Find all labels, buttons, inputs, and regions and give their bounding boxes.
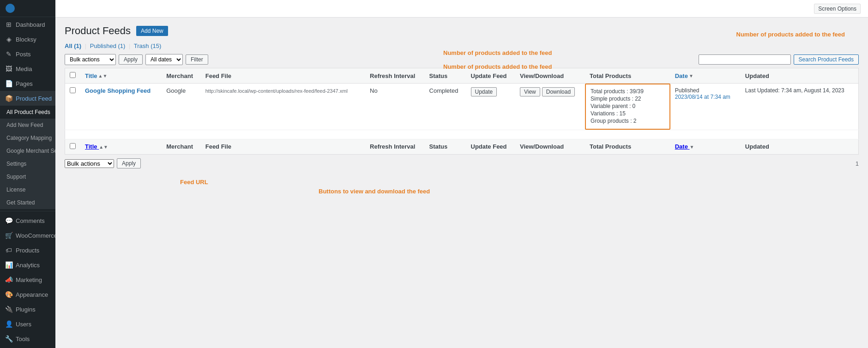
th-updated: Updated — [741, 68, 859, 84]
sublinks-bar: All (1) | Published (1) | Trash (15) — [65, 42, 859, 49]
sidebar-item-add-new-feed[interactable]: Add New Feed — [0, 119, 55, 132]
sublink-all[interactable]: All (1) — [65, 42, 81, 49]
date-info: Published 2023/08/14 at 7:34 am — [675, 87, 736, 100]
search-product-feeds-button[interactable]: Search Product Feeds — [794, 54, 859, 65]
feed-url: http://skincafe.local/wp-content/uploads… — [205, 88, 348, 94]
sh-feed-file: Feed File — [201, 139, 365, 155]
sidebar-item-appearance[interactable]: 🎨 Appearance — [0, 287, 55, 302]
th-refresh-interval: Refresh Interval — [365, 68, 424, 84]
sidebar-item-settings-global[interactable]: ⚙ Settings — [0, 346, 55, 348]
sidebar-item-label: Plugins — [16, 306, 36, 313]
sort-icon-title: ▲▼ — [98, 73, 108, 78]
view-button[interactable]: View — [520, 87, 540, 96]
table-row-empty — [65, 130, 859, 139]
main-area: Screen Options Product Feeds Add New All… — [55, 0, 868, 348]
table-container: Title ▲▼ Merchant Feed File — [65, 68, 859, 155]
download-button[interactable]: Download — [542, 87, 575, 96]
sidebar-item-marketing[interactable]: 📣 Marketing — [0, 272, 55, 287]
users-icon: 👤 — [5, 320, 13, 328]
sidebar-item-tools[interactable]: 🔧 Tools — [0, 331, 55, 346]
filter-button[interactable]: Filter — [186, 54, 208, 65]
google-merchant-settings-label: Google Merchant Settings — [6, 148, 55, 154]
add-new-button[interactable]: Add New — [136, 26, 168, 36]
th-title-link[interactable]: Title ▲▼ — [85, 72, 107, 79]
sh-title: Title ▲▼ — [80, 139, 162, 155]
sh-status: Status — [425, 139, 466, 155]
date-status: Published — [675, 87, 736, 94]
sidebar-item-get-started[interactable]: Get Started — [0, 196, 55, 209]
bulk-actions-select-bottom[interactable]: Bulk actions Move to Trash — [65, 159, 114, 168]
sh-updated: Updated — [741, 139, 859, 155]
total-products-variations: Variations : 15 — [591, 110, 665, 117]
search-input[interactable] — [699, 54, 791, 65]
sidebar-item-woocommerce[interactable]: 🛒 WooCommerce — [0, 228, 55, 243]
sh-title-link[interactable]: Title ▲▼ — [85, 143, 108, 150]
sidebar-item-label: WooCommerce — [16, 232, 55, 239]
marketing-icon: 📣 — [5, 276, 13, 284]
sidebar-item-label: Tools — [16, 336, 30, 342]
updated-info: Last Updated: 7:34 am, August 14, 2023 — [745, 87, 854, 94]
th-date-text: Date — [675, 72, 688, 79]
sh-sort-icon: ▲▼ — [99, 144, 108, 150]
th-update-feed: Update Feed — [466, 68, 515, 84]
sidebar-item-all-product-feeds[interactable]: All Product Feeds — [0, 106, 55, 119]
sh-date-link[interactable]: Date ▼ — [675, 143, 694, 150]
sidebar-item-blocksy[interactable]: ◈ Blocksy — [0, 32, 55, 47]
sidebar-item-settings[interactable]: Settings — [0, 157, 55, 170]
sidebar-item-users[interactable]: 👤 Users — [0, 317, 55, 331]
row-total-products-cell: Total products : 39/39 Simple products :… — [585, 84, 670, 130]
date-filter-select[interactable]: All dates — [145, 54, 183, 65]
sidebar-item-support[interactable]: Support — [0, 170, 55, 183]
total-products-simple: Simple products : 22 — [591, 96, 665, 102]
sidebar-item-label: Blocksy — [16, 36, 36, 43]
update-button[interactable]: Update — [471, 87, 497, 96]
th-title-text: Title — [85, 72, 97, 79]
table-row: Google Shopping Feed Google http://skinc… — [65, 84, 859, 130]
sidebar-item-posts[interactable]: ✎ Posts — [0, 47, 55, 61]
bottom-toolbar: Bulk actions Move to Trash Apply 1 — [65, 158, 859, 168]
blocksy-icon: ◈ — [5, 35, 13, 43]
topbar: Screen Options — [55, 0, 868, 18]
total-products-variable: Variable parent : 0 — [591, 103, 665, 109]
th-refresh-text: Refresh Interval — [370, 72, 415, 79]
sublink-published[interactable]: Published (1) — [90, 42, 126, 49]
empty-cell — [65, 130, 859, 139]
second-header-checkbox[interactable] — [70, 143, 76, 149]
sidebar-item-label: Appearance — [16, 291, 48, 298]
sidebar-item-license[interactable]: License — [0, 183, 55, 196]
date-link[interactable]: 2023/08/14 at 7:34 am — [675, 94, 730, 100]
sidebar-item-plugins[interactable]: 🔌 Plugins — [0, 302, 55, 317]
row-refresh-cell: No — [365, 84, 424, 130]
sublink-trash[interactable]: Trash (15) — [134, 42, 161, 49]
sidebar-item-dashboard[interactable]: ⊞ Dashboard — [0, 17, 55, 32]
sidebar-item-label: Products — [16, 247, 39, 254]
sidebar-item-google-merchant-settings[interactable]: Google Merchant Settings — [0, 144, 55, 157]
total-products-group: Group products : 2 — [591, 118, 665, 124]
screen-options-button[interactable]: Screen Options — [814, 4, 861, 14]
updated-label: Last Updated: — [745, 87, 780, 94]
th-date-link[interactable]: Date ▼ — [675, 72, 693, 79]
sh-checkbox — [65, 139, 81, 155]
sidebar-item-products[interactable]: 🏷 Products — [0, 243, 55, 258]
feed-title-link[interactable]: Google Shopping Feed — [85, 87, 151, 94]
row-title-cell: Google Shopping Feed — [80, 84, 162, 130]
sidebar-item-label: Users — [16, 321, 31, 328]
sidebar-item-pages[interactable]: 📄 Pages — [0, 76, 55, 91]
apply-button-top[interactable]: Apply — [119, 54, 143, 65]
bulk-actions-select-top[interactable]: Bulk actions Move to Trash — [65, 54, 116, 65]
sidebar-item-label: Analytics — [16, 262, 40, 269]
total-products-box: Total products : 39/39 Simple products :… — [585, 84, 670, 130]
sidebar-item-comments[interactable]: 💬 Comments — [0, 213, 55, 228]
sidebar-item-media[interactable]: 🖼 Media — [0, 61, 55, 76]
table-second-header: Title ▲▼ Merchant Feed File — [65, 139, 859, 155]
sidebar-item-analytics[interactable]: 📊 Analytics — [0, 258, 55, 272]
category-mapping-label: Category Mapping — [6, 135, 52, 141]
sidebar-item-category-mapping[interactable]: Category Mapping — [0, 132, 55, 144]
apply-button-bottom[interactable]: Apply — [117, 158, 141, 168]
sh-view-download: View/Download — [515, 139, 585, 155]
select-all-checkbox[interactable] — [70, 72, 76, 78]
row-checkbox[interactable] — [70, 87, 76, 93]
content-with-annotations: Number of products added to the feed Bul… — [65, 54, 859, 168]
th-updated-text: Updated — [745, 72, 769, 79]
sidebar-item-product-feed[interactable]: 📦 Product Feed — [0, 91, 55, 106]
